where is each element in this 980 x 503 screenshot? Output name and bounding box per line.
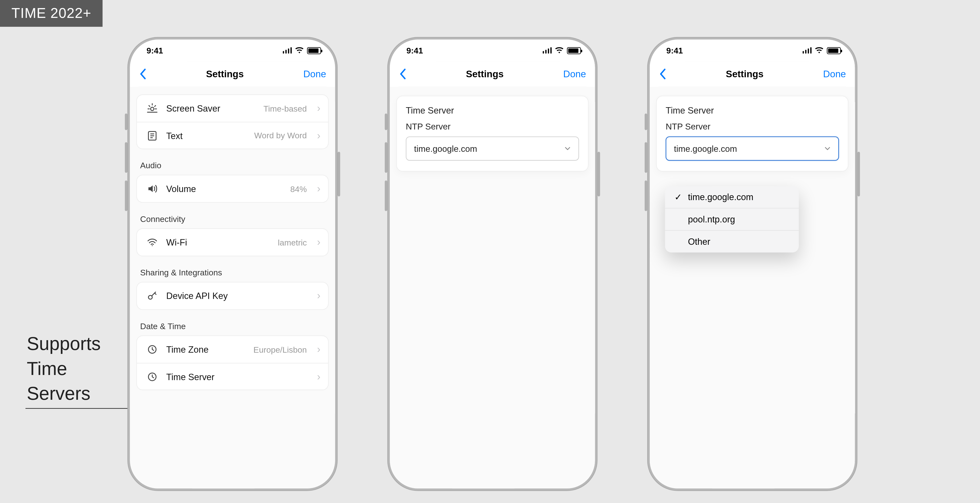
dropdown-option[interactable]: ✓ time.google.com <box>665 186 799 208</box>
row-label: Time Zone <box>166 344 246 354</box>
chevron-down-icon <box>824 144 830 153</box>
wifi-row-icon <box>146 236 159 249</box>
row-label: Wi-Fi <box>166 237 270 248</box>
select-value: time.google.com <box>414 144 477 153</box>
cellular-icon <box>283 47 292 53</box>
row-time-zone[interactable]: Time Zone Europe/Lisbon › <box>137 336 328 363</box>
dropdown-option[interactable]: pool.ntp.org <box>665 208 799 230</box>
row-volume[interactable]: Volume 84% › <box>137 176 328 202</box>
battery-icon <box>307 47 321 54</box>
phone-mockup-2: 9:41 Settings Done <box>387 37 598 491</box>
product-badge: TIME 2022+ <box>0 0 103 27</box>
row-api-key[interactable]: Device API Key › <box>137 283 328 309</box>
wifi-icon <box>815 46 823 55</box>
row-value: Time-based <box>263 104 307 113</box>
callout-text: Supports Time Servers <box>27 332 101 406</box>
chevron-down-icon <box>565 144 571 153</box>
row-value: lametric <box>278 237 307 247</box>
wifi-icon <box>555 46 564 55</box>
status-bar: 9:41 <box>390 40 595 61</box>
nav-bar: Settings Done <box>650 61 855 87</box>
done-button[interactable]: Done <box>823 68 846 79</box>
card-title: Time Server <box>666 105 839 115</box>
status-time: 9:41 <box>406 46 423 55</box>
chevron-right-icon: › <box>317 371 320 382</box>
back-button[interactable] <box>659 68 666 80</box>
back-button[interactable] <box>399 68 406 80</box>
settings-scroll[interactable]: Screen Saver Time-based › Text Word by W… <box>130 87 335 489</box>
field-label: NTP Server <box>666 122 839 131</box>
row-label: Text <box>166 131 247 141</box>
battery-icon <box>567 47 581 54</box>
chevron-right-icon: › <box>317 290 320 302</box>
status-time: 9:41 <box>667 46 683 55</box>
ntp-server-select[interactable]: time.google.com <box>406 136 579 161</box>
chevron-right-icon: › <box>317 237 320 248</box>
clock-icon <box>146 370 159 383</box>
row-text[interactable]: Text Word by Word › <box>137 122 328 149</box>
nav-title: Settings <box>466 68 504 79</box>
field-label: NTP Server <box>406 122 579 131</box>
dropdown-option[interactable]: Other <box>665 230 799 252</box>
ntp-server-select[interactable]: time.google.com <box>666 136 839 161</box>
key-icon <box>146 289 159 302</box>
row-value: Word by Word <box>254 131 307 140</box>
nav-bar: Settings Done <box>390 61 595 87</box>
status-bar: 9:41 <box>650 40 855 61</box>
checkmark-icon: ✓ <box>674 192 683 202</box>
row-value: 84% <box>290 184 307 193</box>
phone-mockup-3: 9:41 Settings Done <box>647 37 858 491</box>
settings-scroll[interactable]: Time Server NTP Server time.google.com ✓… <box>650 87 855 489</box>
section-header-datetime: Date & Time <box>136 310 329 335</box>
row-label: Time Server <box>166 372 299 382</box>
nav-title: Settings <box>726 68 764 79</box>
select-value: time.google.com <box>674 144 737 153</box>
clock-icon <box>146 343 159 356</box>
row-label: Screen Saver <box>166 103 256 113</box>
chevron-right-icon: › <box>317 103 320 114</box>
settings-scroll[interactable]: Time Server NTP Server time.google.com <box>390 87 595 489</box>
status-bar: 9:41 <box>130 40 335 61</box>
cellular-icon <box>802 47 812 53</box>
section-header-sharing: Sharing & Integrations <box>136 256 329 282</box>
row-screen-saver[interactable]: Screen Saver Time-based › <box>137 95 328 121</box>
row-label: Device API Key <box>166 291 299 301</box>
back-button[interactable] <box>139 68 146 80</box>
battery-icon <box>827 47 841 54</box>
wifi-icon <box>295 46 304 55</box>
section-header-audio: Audio <box>136 149 329 175</box>
volume-icon <box>146 182 159 195</box>
screensaver-icon <box>146 102 159 115</box>
time-server-card: Time Server NTP Server time.google.com <box>656 96 848 171</box>
row-wifi[interactable]: Wi-Fi lametric › <box>137 229 328 255</box>
row-time-server[interactable]: Time Server › <box>137 363 328 390</box>
phone-mockup-1: 9:41 Settings Done <box>127 37 337 491</box>
chevron-right-icon: › <box>317 343 320 355</box>
option-label: Other <box>688 237 710 247</box>
chevron-right-icon: › <box>317 130 320 141</box>
chevron-right-icon: › <box>317 183 320 195</box>
option-label: time.google.com <box>688 192 753 202</box>
cellular-icon <box>542 47 552 53</box>
done-button[interactable]: Done <box>563 68 586 79</box>
done-button[interactable]: Done <box>303 68 326 79</box>
status-time: 9:41 <box>146 46 163 55</box>
option-label: pool.ntp.org <box>688 214 735 225</box>
nav-title: Settings <box>206 68 244 79</box>
svg-point-2 <box>152 245 153 246</box>
ntp-server-dropdown: ✓ time.google.com pool.ntp.org Other <box>665 186 799 252</box>
card-title: Time Server <box>406 105 579 115</box>
svg-point-0 <box>151 107 154 110</box>
row-value: Europe/Lisbon <box>253 345 307 354</box>
nav-bar: Settings Done <box>130 61 335 87</box>
section-header-connectivity: Connectivity <box>136 203 329 228</box>
time-server-card: Time Server NTP Server time.google.com <box>396 96 589 171</box>
text-icon <box>146 129 159 142</box>
row-label: Volume <box>166 184 283 194</box>
